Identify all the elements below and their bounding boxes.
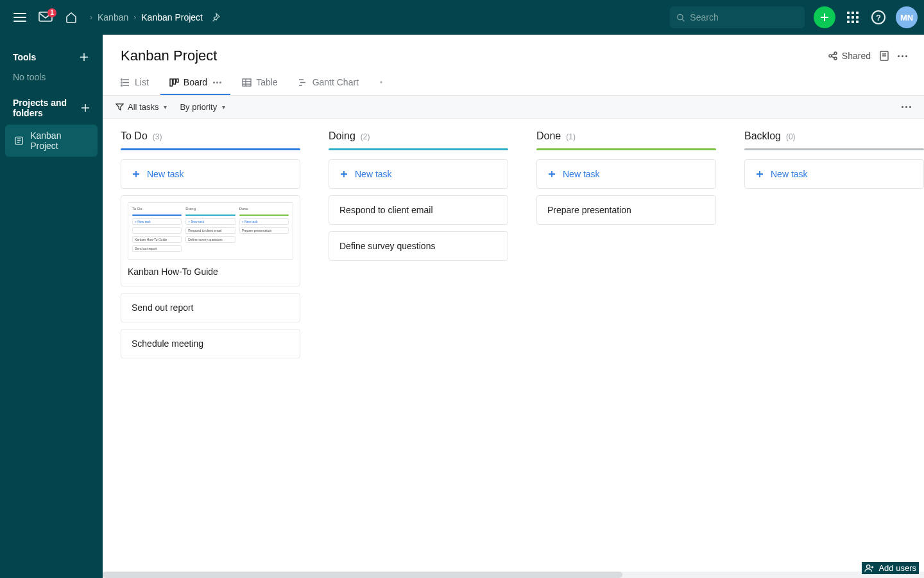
card-thumbnail: To Do+ New task Kanban How-To GuideSend … — [128, 202, 293, 260]
svg-point-4 — [834, 52, 837, 55]
breadcrumb-item-current[interactable]: Kanban Project — [141, 12, 203, 22]
svg-point-3 — [829, 55, 832, 57]
search-input[interactable] — [690, 12, 798, 22]
filter-bar: All tasks ▾ By priority ▾ — [103, 96, 924, 119]
tab-gantt-label: Gantt Chart — [312, 77, 359, 87]
column-count: (3) — [153, 132, 162, 141]
add-tool-button[interactable] — [78, 51, 90, 63]
board-column: Done(1)New taskPrepare presentation — [536, 130, 716, 578]
scrollbar-handle[interactable] — [103, 572, 622, 578]
home-button[interactable] — [60, 6, 82, 28]
menu-button[interactable] — [9, 6, 31, 28]
new-task-label: New task — [355, 169, 392, 179]
new-task-label: New task — [563, 169, 600, 179]
share-button[interactable]: Shared — [828, 51, 871, 61]
column-header[interactable]: Done(1) — [536, 130, 716, 148]
task-card[interactable]: Send out report — [121, 293, 300, 322]
card-title: Prepare presentation — [547, 205, 705, 215]
tab-gantt[interactable]: Gantt Chart — [289, 71, 368, 95]
svg-point-1 — [678, 14, 683, 19]
filter-all-tasks[interactable]: All tasks ▾ — [116, 102, 167, 112]
new-task-label: New task — [147, 169, 184, 179]
chevron-right-icon: › — [90, 13, 92, 22]
pin-button[interactable] — [208, 10, 223, 25]
task-card[interactable]: Define survey questions — [329, 231, 508, 261]
view-tabs: List Board Table Gantt Chart — [103, 71, 924, 96]
new-task-button[interactable]: New task — [329, 159, 508, 189]
apps-button[interactable] — [842, 6, 864, 28]
filter-more-button[interactable] — [902, 106, 911, 108]
table-icon — [242, 78, 252, 87]
column-color-bar — [744, 148, 924, 150]
svg-point-8 — [121, 82, 123, 83]
tab-board-menu[interactable] — [213, 82, 221, 83]
plus-icon — [819, 12, 830, 22]
svg-point-5 — [834, 57, 837, 60]
sidebar-item-project[interactable]: Kanban Project — [5, 125, 98, 157]
filter-all-tasks-label: All tasks — [128, 102, 158, 112]
column-header[interactable]: Backlog(0) — [744, 130, 924, 148]
search-input-wrap[interactable] — [670, 6, 805, 28]
tab-board[interactable]: Board — [160, 71, 230, 95]
more-icon — [902, 106, 911, 108]
inbox-button[interactable]: 1 — [35, 6, 56, 28]
board-icon — [169, 78, 179, 87]
sidebar-projects-heading: Projects and folders — [0, 91, 103, 125]
add-users-button[interactable]: Add users — [862, 562, 919, 574]
chevron-down-icon: ▾ — [164, 103, 167, 110]
plus-icon — [547, 170, 556, 179]
tools-label: Tools — [13, 52, 36, 62]
column-color-bar — [329, 148, 508, 150]
column-header[interactable]: To Do(3) — [121, 130, 300, 148]
column-title: Done — [536, 130, 561, 142]
new-task-button[interactable]: New task — [744, 159, 924, 189]
horizontal-scrollbar[interactable] — [103, 572, 924, 578]
pin-icon — [211, 13, 220, 22]
svg-point-14 — [867, 565, 870, 568]
svg-point-9 — [121, 85, 123, 86]
tab-list[interactable]: List — [112, 71, 158, 95]
home-icon — [65, 11, 78, 24]
share-label: Shared — [842, 51, 871, 61]
filter-icon — [116, 103, 124, 111]
list-icon — [121, 78, 130, 87]
tab-table[interactable]: Table — [233, 71, 286, 95]
help-icon: ? — [871, 10, 886, 24]
plus-icon — [379, 78, 383, 87]
new-task-button[interactable]: New task — [121, 159, 300, 189]
more-button[interactable] — [898, 55, 907, 57]
column-title: Backlog — [744, 130, 781, 142]
filter-sort[interactable]: By priority ▾ — [180, 102, 225, 112]
plus-icon — [339, 170, 348, 179]
column-count: (1) — [566, 132, 576, 141]
task-card[interactable]: Schedule meeting — [121, 329, 300, 358]
column-title: Doing — [329, 130, 355, 142]
card-title: Schedule meeting — [132, 338, 289, 349]
column-count: (0) — [786, 132, 796, 141]
avatar[interactable]: MN — [896, 6, 918, 28]
tab-table-label: Table — [256, 77, 277, 87]
plus-icon — [132, 170, 141, 179]
project-icon — [14, 136, 24, 146]
svg-rect-10 — [170, 79, 173, 86]
task-card[interactable]: Prepare presentation — [536, 195, 716, 225]
card-title: Respond to client email — [339, 205, 497, 215]
task-card[interactable]: Respond to client email — [329, 195, 508, 225]
share-icon — [828, 51, 838, 61]
new-task-button[interactable]: New task — [536, 159, 716, 189]
board-column: Backlog(0)New task — [744, 130, 924, 578]
create-button[interactable] — [814, 6, 835, 28]
breadcrumb-item-parent[interactable]: Kanban — [98, 12, 128, 22]
page-title: Kanban Project — [121, 48, 217, 64]
add-project-button[interactable] — [81, 102, 90, 114]
chevron-right-icon: › — [133, 13, 136, 22]
tools-empty-text: No tools — [0, 69, 103, 91]
task-card[interactable]: To Do+ New task Kanban How-To GuideSend … — [121, 195, 300, 286]
notes-button[interactable] — [880, 51, 889, 61]
help-button[interactable]: ? — [868, 6, 889, 28]
plus-icon — [80, 53, 89, 62]
column-header[interactable]: Doing(2) — [329, 130, 508, 148]
add-view-button[interactable] — [370, 71, 392, 94]
card-title: Send out report — [132, 302, 289, 313]
kanban-board[interactable]: To Do(3)New taskTo Do+ New task Kanban H… — [103, 119, 924, 578]
